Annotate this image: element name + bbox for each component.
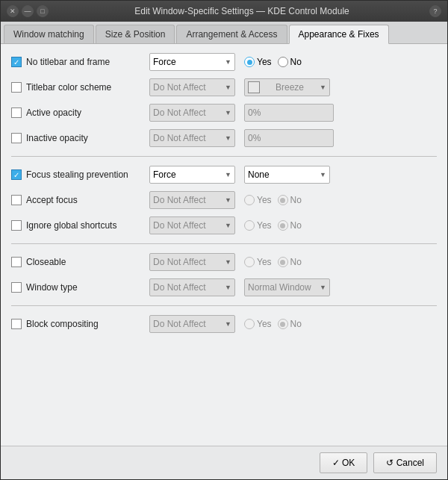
- chevron-down-icon: ▼: [225, 84, 231, 91]
- dropdown-inactive-opacity-mode-value: Do Not Affect: [153, 133, 205, 143]
- dropdown-focus-stealing-level[interactable]: None ▼: [244, 166, 330, 184]
- radio-accept-focus: Yes No: [244, 195, 302, 205]
- radio-no-titlebar-yes[interactable]: Yes: [244, 57, 272, 67]
- row-block-compositing-controls: Do Not Affect ▼ Yes No: [149, 315, 302, 333]
- dropdown-no-titlebar-mode[interactable]: Force ▼: [149, 53, 235, 71]
- checkbox-ignore-shortcuts[interactable]: [11, 220, 22, 231]
- label-ignore-shortcuts: Ignore global shortcuts: [26, 220, 116, 231]
- dropdown-ignore-shortcuts-mode: Do Not Affect ▼: [149, 216, 235, 234]
- checkbox-block-compositing[interactable]: [11, 319, 22, 329]
- radio-circle-ignore-shortcuts-yes: [244, 220, 255, 231]
- titlebar-controls: ✕ — □: [7, 5, 49, 17]
- dropdown-active-opacity-mode: Do Not Affect ▼: [149, 104, 235, 122]
- checkbox-window-type[interactable]: [11, 282, 22, 293]
- chevron-down-icon: ▼: [225, 284, 231, 291]
- radio-no-titlebar-no[interactable]: No: [278, 57, 302, 67]
- chevron-down-icon: ▼: [320, 84, 326, 91]
- dropdown-focus-stealing-mode[interactable]: Force ▼: [149, 166, 235, 184]
- row-active-opacity-controls: Do Not Affect ▼ 0%: [149, 104, 334, 122]
- label-accept-focus: Accept focus: [26, 195, 78, 205]
- label-titlebar-color: Titlebar color scheme: [26, 82, 111, 93]
- checkbox-no-titlebar[interactable]: [11, 57, 22, 67]
- checkbox-focus-stealing[interactable]: [11, 169, 22, 180]
- row-inactive-opacity-controls: Do Not Affect ▼ 0%: [149, 129, 334, 147]
- radio-label-no: No: [290, 195, 302, 205]
- radio-circle-ignore-shortcuts-no: [278, 220, 288, 231]
- radio-ignore-shortcuts-yes: Yes: [244, 220, 272, 231]
- checkbox-titlebar-color[interactable]: [11, 82, 22, 93]
- radio-label-yes: Yes: [257, 195, 272, 205]
- close-button[interactable]: ✕: [7, 5, 19, 17]
- row-titlebar-color-controls: Do Not Affect ▼ Breeze ▼: [149, 78, 330, 96]
- radio-block-compositing-yes: Yes: [244, 319, 272, 329]
- tab-size-position[interactable]: Size & Position: [96, 25, 175, 43]
- radio-label-yes: Yes: [257, 319, 272, 329]
- radio-ignore-shortcuts-no: No: [278, 220, 302, 231]
- label-focus-stealing: Focus stealing prevention: [26, 169, 128, 180]
- chevron-down-icon: ▼: [320, 171, 326, 178]
- radio-block-compositing-no: No: [278, 319, 302, 329]
- label-no-titlebar: No titlebar and frame: [26, 57, 110, 67]
- opacity-active-value: 0%: [248, 107, 261, 118]
- row-accept-focus: Accept focus Do Not Affect ▼ Yes No: [11, 190, 437, 211]
- footer: ✓ OK ↺ Cancel: [1, 446, 447, 479]
- radio-block-compositing: Yes No: [244, 319, 302, 329]
- ok-button[interactable]: ✓ OK: [320, 452, 368, 473]
- radio-circle-accept-focus-no: [278, 195, 288, 205]
- row-focus-stealing-controls: Force ▼ None ▼: [149, 166, 330, 184]
- row-active-opacity: Active opacity Do Not Affect ▼ 0%: [11, 102, 437, 123]
- divider-3: [11, 305, 437, 306]
- divider-1: [11, 156, 437, 157]
- row-block-compositing: Block compositing Do Not Affect ▼ Yes No: [11, 314, 437, 334]
- radio-circle-block-compositing-no: [278, 319, 288, 329]
- row-no-titlebar: No titlebar and frame Force ▼ Yes No: [11, 52, 437, 72]
- row-block-compositing-label: Block compositing: [11, 319, 149, 329]
- dropdown-titlebar-color-mode: Do Not Affect ▼: [149, 78, 235, 96]
- radio-label-yes: Yes: [257, 57, 272, 67]
- main-window: ✕ — □ Edit Window-Specific Settings — KD…: [0, 0, 448, 480]
- tab-appearance-fixes[interactable]: Appearance & Fixes: [289, 25, 389, 44]
- dropdown-accept-focus-mode-value: Do Not Affect: [153, 195, 205, 205]
- dropdown-window-type-mode-value: Do Not Affect: [153, 282, 205, 293]
- radio-label-no: No: [290, 220, 302, 231]
- radio-circle-accept-focus-yes: [244, 195, 255, 205]
- row-closeable: Closeable Do Not Affect ▼ Yes No: [11, 252, 437, 272]
- divider-2: [11, 243, 437, 244]
- dropdown-focus-stealing-level-value: None: [248, 169, 270, 180]
- radio-label-no: No: [290, 257, 302, 267]
- checkbox-inactive-opacity[interactable]: [11, 133, 22, 143]
- radio-accept-focus-no: No: [278, 195, 302, 205]
- radio-circle-closeable-yes: [244, 257, 255, 267]
- tab-window-matching[interactable]: Window matching: [4, 25, 94, 43]
- dropdown-block-compositing-mode: Do Not Affect ▼: [149, 315, 235, 333]
- row-ignore-shortcuts-controls: Do Not Affect ▼ Yes No: [149, 216, 302, 234]
- dropdown-closeable-mode-value: Do Not Affect: [153, 257, 205, 267]
- radio-label-yes: Yes: [257, 220, 272, 231]
- titlebar-right: ?: [429, 5, 441, 17]
- radio-closeable-no: No: [278, 257, 302, 267]
- dropdown-ignore-shortcuts-mode-value: Do Not Affect: [153, 220, 205, 231]
- dropdown-titlebar-color-scheme-value: Breeze: [276, 82, 304, 93]
- cancel-button[interactable]: ↺ Cancel: [373, 452, 437, 473]
- maximize-button[interactable]: □: [37, 5, 49, 17]
- checkbox-active-opacity[interactable]: [11, 107, 22, 118]
- radio-closeable-yes: Yes: [244, 257, 272, 267]
- dropdown-window-type-mode: Do Not Affect ▼: [149, 278, 235, 296]
- row-titlebar-color-label: Titlebar color scheme: [11, 82, 149, 93]
- opacity-inactive-field: 0%: [244, 129, 334, 147]
- radio-no-titlebar: Yes No: [244, 57, 302, 67]
- row-inactive-opacity-label: Inactive opacity: [11, 133, 149, 143]
- dropdown-inactive-opacity-mode: Do Not Affect ▼: [149, 129, 235, 147]
- dropdown-active-opacity-mode-value: Do Not Affect: [153, 107, 205, 118]
- content-area: No titlebar and frame Force ▼ Yes No: [1, 44, 447, 446]
- row-inactive-opacity: Inactive opacity Do Not Affect ▼ 0%: [11, 128, 437, 149]
- checkbox-accept-focus[interactable]: [11, 195, 22, 205]
- radio-label-yes: Yes: [257, 257, 272, 267]
- minimize-button[interactable]: —: [22, 5, 34, 17]
- checkbox-closeable[interactable]: [11, 257, 22, 267]
- dropdown-closeable-mode: Do Not Affect ▼: [149, 253, 235, 271]
- help-button[interactable]: ?: [429, 5, 441, 17]
- tab-arrangement-access[interactable]: Arrangement & Access: [176, 25, 287, 43]
- dropdown-accept-focus-mode: Do Not Affect ▼: [149, 191, 235, 209]
- row-no-titlebar-controls: Force ▼ Yes No: [149, 53, 302, 71]
